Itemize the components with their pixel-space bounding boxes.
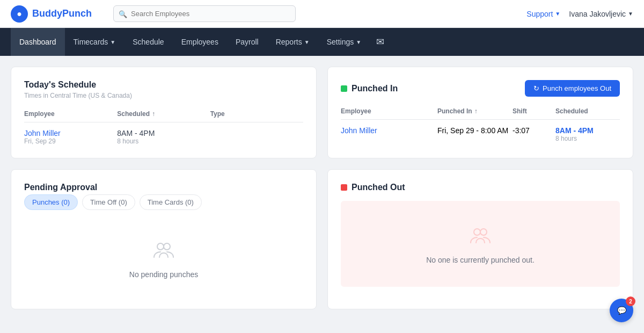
- user-chevron-icon: ▼: [628, 11, 633, 17]
- punched-in-row: John Miller Fri, Sep 29 - 8:00 AM -3:07 …: [341, 126, 620, 142]
- pending-empty-text: No pending punches: [129, 270, 198, 279]
- punched-out-empty-text: No one is currently punched out.: [426, 256, 535, 264]
- top-bar: ● BuddyPunch 🔍 Support ▼ Ivana Jakovljev…: [0, 0, 644, 28]
- logo-icon: ●: [11, 5, 28, 23]
- logo[interactable]: ● BuddyPunch: [11, 5, 92, 23]
- sort-icon: ↑: [474, 107, 478, 115]
- pi-col-scheduled: Scheduled: [555, 107, 620, 115]
- pending-approval-title: Pending Approval: [24, 183, 303, 192]
- tab-time-cards[interactable]: Time Cards (0): [140, 194, 202, 210]
- pi-col-shift: Shift: [513, 107, 555, 115]
- punched-out-title: Punched Out: [341, 183, 620, 192]
- schedule-row: John Miller Fri, Sep 29 8AM - 4PM 8 hour…: [24, 129, 303, 145]
- main-content: Today's Schedule Times in Central Time (…: [0, 56, 644, 320]
- punched-in-title: Punched In: [341, 84, 398, 93]
- punched-out-empty-state: No one is currently punched out.: [341, 201, 620, 287]
- pending-approval-tabs: Punches (0) Time Off (0) Time Cards (0): [24, 194, 303, 210]
- chat-bubble[interactable]: 💬 2: [610, 299, 633, 320]
- schedule-subtitle: Times in Central Time (US & Canada): [24, 92, 303, 99]
- chat-badge: 2: [626, 296, 635, 306]
- search-bar: 🔍: [113, 5, 296, 22]
- pi-scheduled-cell: 8AM - 4PM 8 hours: [555, 126, 620, 142]
- refresh-icon: ↻: [533, 84, 539, 92]
- pi-scheduled-hours: 8 hours: [555, 135, 620, 142]
- pi-col-punchedin: Punched In ↑: [437, 107, 513, 115]
- user-menu[interactable]: Ivana Jakovljevic ▼: [569, 10, 633, 18]
- support-chevron-icon: ▼: [555, 11, 560, 17]
- schedule-employee-cell: John Miller Fri, Sep 29: [24, 129, 117, 145]
- schedule-employee-name[interactable]: John Miller: [24, 129, 117, 137]
- nav-item-settings[interactable]: Settings ▼: [318, 28, 370, 56]
- schedule-col-scheduled: Scheduled ↑: [117, 110, 210, 118]
- nav-item-schedule[interactable]: Schedule: [124, 28, 172, 56]
- pi-punchedin-cell: Fri, Sep 29 - 8:00 AM: [437, 126, 513, 135]
- pending-empty-state: No pending punches: [24, 221, 303, 296]
- settings-chevron-icon: ▼: [356, 39, 361, 45]
- punched-out-card: Punched Out No one is currently punched …: [327, 169, 633, 309]
- schedule-title: Today's Schedule: [24, 80, 303, 90]
- svg-point-3: [480, 229, 487, 235]
- schedule-col-type: Type: [210, 110, 303, 118]
- empty-group-icon: [151, 238, 177, 264]
- punched-in-table: Employee Punched In ↑ Shift Scheduled Jo…: [341, 107, 620, 142]
- tab-time-off[interactable]: Time Off (0): [82, 194, 135, 210]
- search-input[interactable]: [113, 5, 296, 22]
- svg-point-1: [164, 243, 170, 250]
- punched-in-status-dot: [341, 85, 347, 92]
- top-right-area: Support ▼ Ivana Jakovljevic ▼: [526, 10, 633, 18]
- punched-in-card: Punched In ↻ Punch employees Out Employe…: [327, 67, 633, 158]
- schedule-shift-cell: 8AM - 4PM 8 hours: [117, 129, 210, 145]
- support-link[interactable]: Support ▼: [526, 10, 560, 18]
- pi-employee-name[interactable]: John Miller: [341, 126, 437, 135]
- schedule-shift-hours: 8 hours: [117, 137, 210, 145]
- svg-point-0: [157, 243, 164, 250]
- nav-bar: Dashboard Timecards ▼ Schedule Employees…: [0, 28, 644, 56]
- sort-icon: ↑: [152, 110, 155, 118]
- punched-out-status-dot: [341, 184, 347, 191]
- schedule-col-employee: Employee: [24, 110, 117, 118]
- nav-item-timecards[interactable]: Timecards ▼: [65, 28, 125, 56]
- punch-employees-out-button[interactable]: ↻ Punch employees Out: [525, 80, 620, 97]
- punched-in-header: Punched In ↻ Punch employees Out: [341, 80, 620, 97]
- nav-item-dashboard[interactable]: Dashboard: [11, 28, 65, 56]
- svg-point-2: [474, 229, 480, 235]
- nav-mail-icon[interactable]: ✉: [370, 28, 391, 56]
- timecards-chevron-icon: ▼: [110, 39, 115, 45]
- punched-out-empty-icon: [467, 223, 493, 249]
- tab-punches[interactable]: Punches (0): [24, 194, 78, 210]
- pi-shift-value: -3:07: [513, 126, 555, 135]
- nav-item-reports[interactable]: Reports ▼: [267, 28, 318, 56]
- schedule-table-header: Employee Scheduled ↑ Type: [24, 110, 303, 122]
- todays-schedule-card: Today's Schedule Times in Central Time (…: [11, 67, 317, 158]
- schedule-shift-time: 8AM - 4PM: [117, 129, 210, 137]
- pi-employee-cell: John Miller: [341, 126, 437, 135]
- logo-text: BuddyPunch: [32, 8, 92, 19]
- schedule-employee-date: Fri, Sep 29: [24, 137, 117, 145]
- chat-icon: 💬: [617, 306, 626, 315]
- schedule-table: Employee Scheduled ↑ Type John Miller Fr…: [24, 110, 303, 145]
- nav-item-payroll[interactable]: Payroll: [227, 28, 267, 56]
- search-icon: 🔍: [119, 10, 127, 18]
- pi-shift-cell: -3:07: [513, 126, 555, 135]
- punched-in-table-header: Employee Punched In ↑ Shift Scheduled: [341, 107, 620, 120]
- pi-punchedin-time: Fri, Sep 29 - 8:00 AM: [437, 126, 513, 135]
- nav-item-employees[interactable]: Employees: [173, 28, 227, 56]
- pi-scheduled-shift[interactable]: 8AM - 4PM: [555, 126, 620, 135]
- pending-approval-card: Pending Approval Punches (0) Time Off (0…: [11, 169, 317, 309]
- pi-col-employee: Employee: [341, 107, 437, 115]
- reports-chevron-icon: ▼: [304, 39, 310, 45]
